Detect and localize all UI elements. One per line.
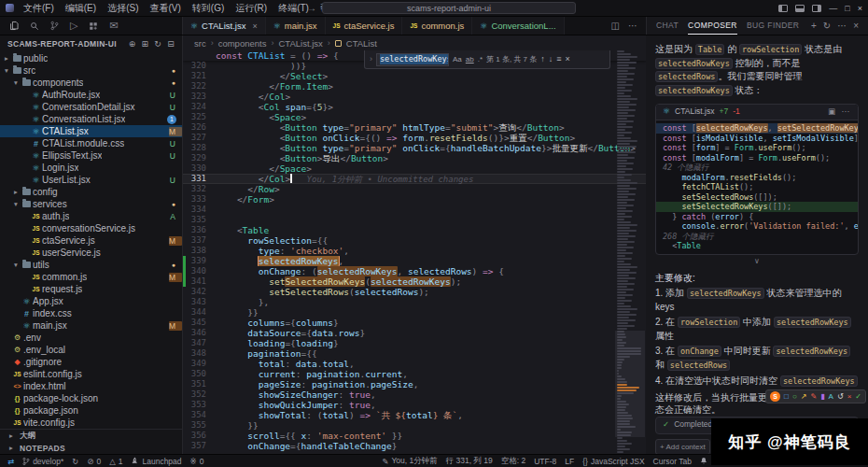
status-item-blame[interactable]: ✎You, 1分钟前 (382, 456, 437, 467)
tree-item[interactable]: ▸public (0, 52, 182, 64)
add-context-button[interactable]: + Add context (655, 439, 710, 455)
find-next-button[interactable]: ↓ (549, 54, 553, 64)
breadcrumb-item[interactable]: CTAList (346, 38, 377, 49)
status-item-err[interactable]: ⊘0 (87, 457, 101, 466)
nav-explorer[interactable] (9, 21, 19, 31)
find-toggle-replace-icon[interactable]: › (370, 54, 372, 64)
snip-text-icon[interactable]: A (829, 390, 833, 403)
status-item[interactable]: ⇄ (7, 457, 14, 466)
close-icon[interactable]: × (853, 21, 859, 31)
nav-search[interactable] (30, 21, 39, 31)
nav-source-control[interactable] (50, 21, 59, 31)
chat-tab-chat[interactable]: CHAT (656, 17, 679, 35)
tree-item[interactable]: JSctaService.jsM (0, 234, 182, 247)
tree-item[interactable]: {}package.json (0, 404, 182, 417)
status-item-zap[interactable]: ※0 (190, 457, 204, 466)
close-button[interactable]: × (858, 4, 862, 13)
status-item-LF[interactable]: LF (565, 457, 574, 466)
collapse-all-icon[interactable]: ⊟ (167, 39, 175, 49)
history-back-icon[interactable]: ← (292, 3, 301, 13)
sidebar-section-大纲[interactable]: ▸大纲 (0, 430, 182, 442)
nav-extensions[interactable] (89, 21, 98, 31)
status-item-warn[interactable]: △1 (109, 457, 122, 466)
tree-item[interactable]: JSvite.config.js (0, 417, 182, 429)
tree-item[interactable]: JSauth.jsA (0, 210, 182, 222)
tree-item[interactable]: ⚛EllipsisText.jsxU (0, 149, 182, 162)
tab-close-icon[interactable]: × (252, 21, 257, 31)
status-item[interactable] (700, 457, 707, 465)
toggle-secondary-sidebar-icon[interactable] (812, 5, 821, 12)
tree-item[interactable]: ◆.gitignore (0, 356, 182, 368)
chat-tab-bug-finder[interactable]: BUG FINDER (747, 17, 799, 35)
menu-item[interactable]: 运行(R) (230, 0, 273, 17)
status-item-branch[interactable]: develop* (22, 457, 63, 466)
status-item-Cursor-Tab[interactable]: Cursor Tab (653, 457, 692, 466)
breadcrumb-item[interactable]: components (218, 38, 267, 49)
tree-item[interactable]: JSeslint.config.js (0, 368, 182, 380)
tree-item[interactable]: ⚛ConversationList.jsx1 (0, 113, 182, 125)
snip-marker-icon[interactable]: ▮ (820, 390, 824, 403)
menu-item[interactable]: 查看(V) (144, 0, 186, 17)
more-icon[interactable]: ⋯ (628, 21, 637, 31)
tree-item[interactable]: {}package-lock.json (0, 392, 182, 404)
regex-toggle[interactable]: .* (478, 54, 483, 64)
tree-item[interactable]: ⚛App.jsx (0, 295, 182, 307)
snip-rect-icon[interactable]: □ (784, 390, 789, 403)
tree-item[interactable]: #CTAList.module.cssU (0, 137, 182, 149)
tree-item[interactable]: ▾services● (0, 198, 182, 210)
find-previous-button[interactable]: ↑ (540, 54, 545, 64)
snip-arrow-icon[interactable]: ↗ (801, 390, 807, 403)
tree-item[interactable]: ⚛Login.jsx (0, 162, 182, 174)
nav-mail[interactable]: ✉ (109, 20, 118, 32)
find-close-button[interactable]: × (566, 54, 570, 64)
expand-diff-button[interactable]: ∨ (655, 257, 859, 266)
snip-close-icon[interactable]: × (847, 390, 852, 403)
nav-run-debug[interactable]: ▷ (70, 20, 77, 32)
status-item-braces[interactable]: {}JavaScript JSX (582, 457, 644, 466)
status-item-行-331--列-19[interactable]: 行 331, 列 19 (446, 456, 493, 467)
tree-item[interactable]: JSconversationService.js (0, 222, 182, 234)
chat-tab-composer[interactable]: COMPOSER (688, 17, 737, 35)
tree-item[interactable]: ⚙.env_local (0, 344, 182, 356)
sidebar-section-NOTEPADS[interactable]: ▸NOTEPADS (0, 442, 182, 454)
maximize-button[interactable]: □ (845, 4, 849, 13)
new-file-icon[interactable]: ⊕ (129, 39, 136, 49)
tree-item[interactable]: JScommon.jsM (0, 271, 182, 283)
tree-item[interactable]: ▾components● (0, 77, 182, 89)
editor-tab[interactable]: ⚛CTAList.jsx× (183, 17, 266, 35)
new-folder-icon[interactable]: ⊞ (141, 39, 148, 49)
editor-tab[interactable]: ⚛main.jsx (266, 17, 326, 35)
tree-item[interactable]: ▾src● (0, 64, 182, 77)
tree-item[interactable]: ⚛UserList.jsxU (0, 174, 182, 186)
menu-item[interactable]: 选择(S) (102, 0, 144, 17)
tree-item[interactable]: ▾utils● (0, 259, 182, 271)
tree-item[interactable]: JSrequest.js (0, 283, 182, 295)
snip-undo-icon[interactable]: ↺ (837, 390, 844, 403)
refresh-icon[interactable]: ↻ (154, 39, 161, 49)
snip-ellipse-icon[interactable]: ○ (792, 390, 797, 403)
tree-item[interactable]: ⚛CTAList.jsxM (0, 125, 182, 137)
tree-item[interactable]: ⚙.env (0, 332, 182, 344)
tree-item[interactable]: <>index.html (0, 380, 182, 392)
plus-icon[interactable]: + (811, 21, 817, 31)
tree-item[interactable]: ▸config (0, 186, 182, 198)
more-icon[interactable]: ⋯ (837, 21, 847, 31)
breadcrumb-item[interactable]: CTAList.jsx (278, 38, 322, 49)
minimap[interactable] (617, 50, 643, 454)
toggle-panel-icon[interactable] (795, 5, 805, 12)
status-item-rocket[interactable]: Launchpad (131, 457, 181, 466)
split-editor-icon[interactable]: ◫ (611, 21, 620, 31)
menu-item[interactable]: 编辑(E) (60, 0, 102, 17)
whole-word-toggle[interactable]: ab (466, 54, 474, 64)
editor-tab[interactable]: ⚛ConversationL... (472, 17, 564, 35)
status-item[interactable]: ↻ (72, 457, 78, 466)
minimize-button[interactable]: — (829, 4, 837, 13)
toggle-sidebar-icon[interactable] (778, 5, 788, 12)
tree-item[interactable]: #index.css (0, 307, 182, 319)
history-forward-icon[interactable]: → (307, 3, 316, 13)
status-item-UTF-8[interactable]: UTF-8 (534, 457, 556, 466)
diff-block-actions[interactable]: ▣ ⋯ (828, 106, 851, 119)
find-input[interactable]: selectedRowKeys (376, 53, 449, 66)
tree-item[interactable]: ⚛AuthRoute.jsxU (0, 89, 182, 101)
find-in-selection-toggle[interactable]: ≡ (556, 54, 561, 64)
